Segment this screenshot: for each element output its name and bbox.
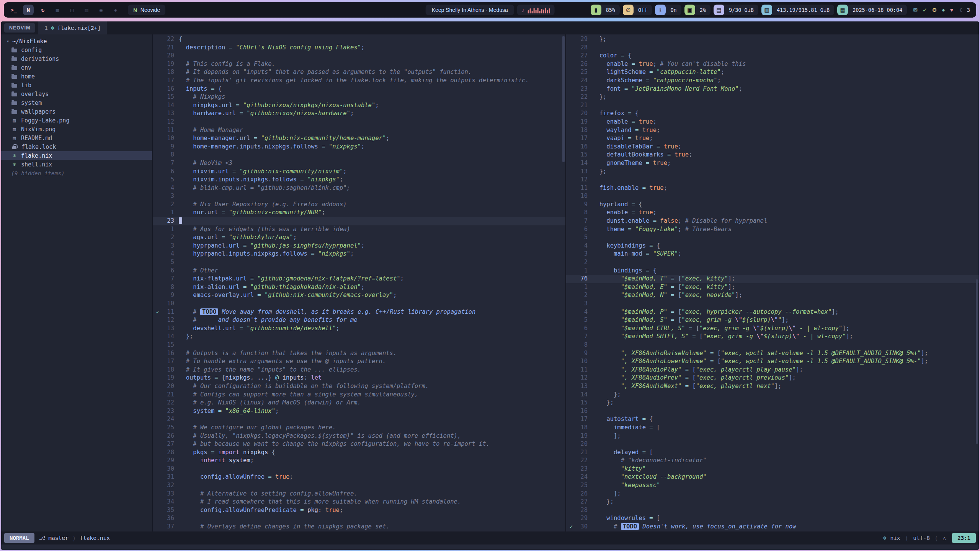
code-line[interactable]: 12 <box>566 176 979 184</box>
code-line[interactable]: 7 dunst.enable = false; # Disable for hy… <box>566 217 979 225</box>
code-line[interactable]: 23 <box>153 217 565 225</box>
code-line[interactable]: 14 }; <box>153 333 565 341</box>
code-line[interactable]: 12 ", XF86AudioPrev" = ["exec, playerctl… <box>566 374 979 382</box>
code-line[interactable]: 21 delayed = [ <box>566 448 979 457</box>
code-line[interactable]: 29 }; <box>566 35 979 44</box>
code-line[interactable]: 24 <box>153 415 565 424</box>
code-line[interactable]: 3 <box>153 192 565 201</box>
code-line[interactable]: 17 # To handle extra arguments we use th… <box>153 357 565 366</box>
code-line[interactable]: 18 # It depends on "inputs" that are pas… <box>153 68 565 77</box>
code-line[interactable]: 34 # I read somewhere that this is more … <box>153 498 565 506</box>
code-line[interactable]: 5 <box>566 233 979 242</box>
app-grid-icon[interactable]: ▦ <box>52 5 63 15</box>
code-line[interactable]: 2 "$mainMod, N" = ["exec, neovide"]; <box>566 291 979 300</box>
code-line[interactable]: 11 # Home Manager <box>153 126 565 135</box>
now-playing-title[interactable]: Keep Shelly In Athens - Medusa <box>426 5 514 15</box>
code-line[interactable]: 8 <box>153 151 565 159</box>
mail-icon[interactable]: ✉ <box>913 7 918 13</box>
code-line[interactable]: 37 # Overlays define changes in the nixp… <box>153 523 565 531</box>
code-line[interactable]: 20 <box>566 440 979 448</box>
code-line[interactable]: 11 ", XF86AudioPlay" = ["exec, playerctl… <box>566 366 979 374</box>
code-line[interactable]: 19 # This config is a Flake. <box>153 60 565 68</box>
code-line[interactable]: 22 # e.g. NixOS (linux) and MacOS (darwi… <box>153 399 565 407</box>
cpu-module[interactable]: ▣2% <box>684 5 710 15</box>
code-line[interactable]: 10 <box>566 192 979 201</box>
code-line[interactable]: 24 darkScheme = "catppuccin-mocha"; <box>566 77 979 85</box>
code-line[interactable]: 22 }; <box>566 93 979 101</box>
tree-item-lib[interactable]: lib <box>1 81 152 90</box>
code-line[interactable]: 2 ags.url = "github:Aylur/ags"; <box>153 233 565 242</box>
battery-module[interactable]: ▮85% <box>591 5 620 15</box>
tree-item-derivations[interactable]: derivations <box>1 54 152 63</box>
code-line[interactable]: ✓11 # TODO Move away from devshell, as i… <box>153 308 565 316</box>
code-line[interactable]: 4 # blink-cmp.url = "github:saghen/blink… <box>153 184 565 192</box>
left-pane-scrollbar[interactable] <box>562 36 565 162</box>
code-line[interactable]: 14 gnomeTheme = true; <box>566 159 979 168</box>
code-line[interactable]: 23 "kitty" <box>566 465 979 473</box>
code-line[interactable]: 15 <box>153 341 565 349</box>
code-line[interactable]: 33 # Alternative to setting config.allow… <box>153 490 565 498</box>
code-line[interactable]: 8 enable = true; <box>566 209 979 217</box>
code-line[interactable]: 29 inherit system; <box>153 456 565 465</box>
code-line[interactable]: 1 nur.url = "github:nix-community/NUR"; <box>153 209 565 217</box>
code-line[interactable]: 26 ]; <box>566 490 979 498</box>
code-line[interactable]: 3 hyprpanel.url = "github:jas-singhfsu/h… <box>153 242 565 250</box>
tree-root[interactable]: ▾ ~/NixFlake <box>1 37 152 46</box>
code-line[interactable]: 23 font = "JetBrainsMono Nerd Font Mono"… <box>566 85 979 93</box>
code-line[interactable]: 27 }; <box>566 498 979 506</box>
check-icon[interactable]: ✓ <box>923 7 927 13</box>
code-line[interactable]: 76 "$mainMod, T" = ["exec, kitty"]; <box>566 275 979 283</box>
code-line[interactable]: 14 }; <box>566 391 979 399</box>
code-line[interactable]: 2 <box>566 258 979 267</box>
code-line[interactable]: 9 home-manager.inputs.nixpkgs.follows = … <box>153 143 565 151</box>
code-line[interactable]: 13 hardware.url = "github:nixos/nixos-ha… <box>153 109 565 118</box>
code-line[interactable]: 5 nixvim.inputs.nixpkgs.follows = "nixpk… <box>153 176 565 184</box>
code-line[interactable]: 26 enable = true; # You can't disable th… <box>566 60 979 68</box>
code-line[interactable]: 27 color = { <box>566 52 979 60</box>
tree-item-flake-nix[interactable]: ❄flake.nix <box>1 151 152 160</box>
tree-item-system[interactable]: system <box>1 98 152 107</box>
code-line[interactable]: 36 <box>153 514 565 523</box>
command-line[interactable] <box>1 544 979 550</box>
code-line[interactable]: 18 # It gives the name "inputs" to the .… <box>153 366 565 374</box>
dot-icon[interactable]: ● <box>942 7 945 13</box>
code-line[interactable]: 18 immediate = [ <box>566 424 979 432</box>
tab-flake-nix[interactable]: 1 ❄ flake.nix[2+] <box>38 21 107 34</box>
code-line[interactable]: 3 main-mod = "SUPER"; <box>566 250 979 258</box>
code-line[interactable]: 7 "$mainMod SHIFT, S" = ["exec, grim -g … <box>566 333 979 341</box>
code-line[interactable]: 18 wayland = true; <box>566 126 979 135</box>
code-line[interactable]: 20 <box>153 52 565 60</box>
code-line[interactable]: 3 <box>566 300 979 308</box>
code-line[interactable]: 6 nixvim.url = "github:nix-community/nix… <box>153 168 565 176</box>
tree-item-config[interactable]: config <box>1 46 152 54</box>
tree-item-overlays[interactable]: overlays <box>1 90 152 98</box>
code-line[interactable]: ✓30 # TODO Doesn't work, use focus_on_ac… <box>566 523 979 531</box>
tree-item-foggy-lake-png[interactable]: ▨Foggy-Lake.png <box>1 116 152 125</box>
code-line[interactable]: 9 ", XF86AudioRaiseVolume" = ["exec, wpc… <box>566 349 979 358</box>
code-line[interactable]: 8 <box>566 341 979 349</box>
code-line[interactable]: 16 inputs = { <box>153 85 565 93</box>
code-line[interactable]: 25 lightScheme = "catppuccin-latte"; <box>566 68 979 77</box>
code-line[interactable]: 4 "$mainMod, P" = ["exec, hyprpicker --a… <box>566 308 979 316</box>
code-line[interactable]: 10 ", XF86AudioLowerVolume" = ["exec, wp… <box>566 357 979 366</box>
code-line[interactable]: 20 firefox = { <box>566 109 979 118</box>
tree-item-readme-md[interactable]: ▤README.md <box>1 134 152 142</box>
code-line[interactable]: 13 ", XF86AudioNext" = ["exec, playerctl… <box>566 382 979 391</box>
code-line[interactable]: 29 windowrules = [ <box>566 514 979 523</box>
code-line[interactable]: 21 <box>566 101 979 110</box>
code-line[interactable]: 6 "$mainMod CTRL, S" = ["exec, grim -g \… <box>566 324 979 333</box>
code-line[interactable]: 35 config.allowUnfreePredicate = pkg: tr… <box>153 506 565 515</box>
app-lines-icon[interactable]: ▤ <box>81 5 92 15</box>
code-line[interactable]: 20 # Our configuration is buildable on t… <box>153 382 565 391</box>
code-line[interactable]: 27 # but because we want to change the n… <box>153 440 565 448</box>
code-line[interactable]: 28 pkgs = import nixpkgs { <box>153 448 565 457</box>
code-line[interactable]: 5 "$mainMod, S" = ["exec, grim -g \"$(sl… <box>566 316 979 324</box>
code-line[interactable]: 22{ <box>153 35 565 44</box>
code-line[interactable]: 1 bindings = { <box>566 267 979 275</box>
code-line[interactable]: 21 # Configs can support more than a sin… <box>153 391 565 399</box>
code-line[interactable]: 17 # The inputs' git revisions get locke… <box>153 77 565 85</box>
code-line[interactable]: 16 <box>566 407 979 416</box>
code-line[interactable]: 4 keybindings = { <box>566 242 979 250</box>
tree-item-nixvim-png[interactable]: ▨NixVim.png <box>1 125 152 134</box>
clock-module[interactable]: ▦2025-06-18 00:04 <box>837 5 907 15</box>
